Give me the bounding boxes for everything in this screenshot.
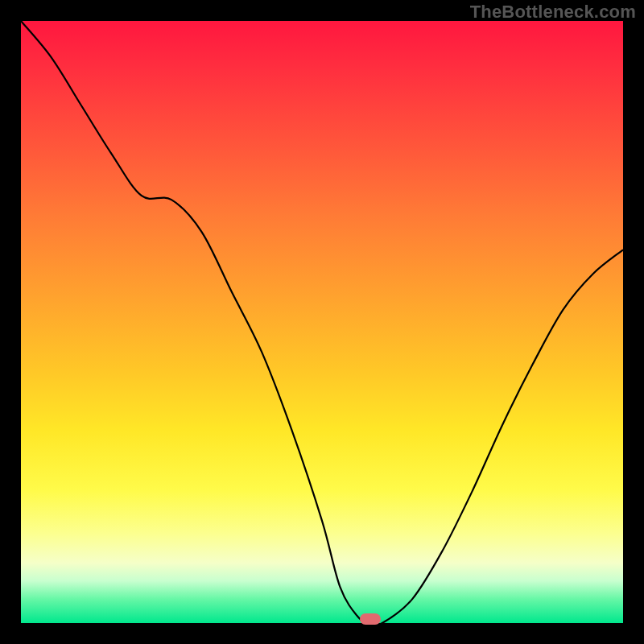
chart-frame: TheBottleneck.com — [0, 0, 644, 644]
optimal-point-marker — [360, 613, 381, 625]
plot-area — [21, 21, 623, 623]
watermark-text: TheBottleneck.com — [470, 2, 636, 23]
bottleneck-curve — [21, 21, 623, 623]
